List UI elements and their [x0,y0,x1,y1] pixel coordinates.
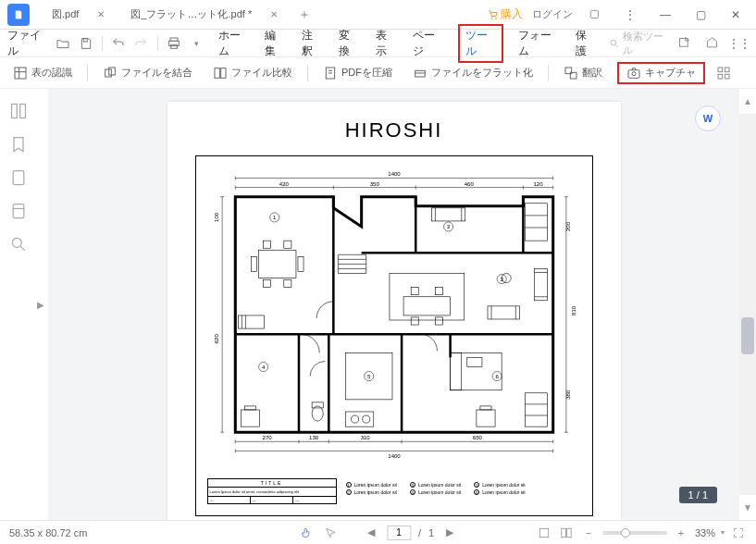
merge-files-button[interactable]: ファイルを結合 [97,62,198,84]
svg-rect-27 [13,204,24,218]
redo-icon[interactable] [130,32,151,55]
svg-rect-9 [15,68,26,79]
svg-rect-73 [312,402,323,408]
document-title: HIROSHI [195,118,593,142]
close-button[interactable]: ✕ [723,4,749,26]
tab-label: 図_フラット…ット化.pdf * [130,7,252,21]
svg-rect-59 [435,317,442,325]
view-mode-icon[interactable] [558,525,575,541]
zoom-level: 33% [695,527,715,538]
svg-rect-12 [215,68,219,78]
scroll-up-icon[interactable]: ▲ [739,96,756,106]
svg-rect-44 [258,250,295,278]
app-icon [7,4,30,26]
more-icon[interactable]: ⋮ [617,4,643,26]
svg-rect-71 [525,393,547,427]
svg-rect-13 [221,68,226,78]
left-sidebar [0,89,37,520]
scroll-down-icon[interactable]: ▼ [739,502,756,513]
open-icon[interactable] [53,32,73,55]
svg-rect-55 [403,297,451,315]
expand-handle[interactable]: ▶ [37,89,48,520]
svg-point-28 [12,238,21,247]
svg-rect-21 [725,68,729,72]
fit-width-icon[interactable] [536,525,552,541]
svg-text:1400: 1400 [388,171,401,177]
capture-button[interactable]: キャプチャ [617,62,705,84]
tab-label: 図.pdf [52,7,79,21]
svg-rect-4 [170,38,178,41]
svg-rect-6 [170,44,177,48]
tab-0[interactable]: 図.pdf ✕ [37,1,116,29]
share-icon[interactable] [673,32,695,55]
scrollbar[interactable]: ▲ ▼ [739,89,756,520]
zoom-in-icon[interactable]: + [673,525,689,541]
zoom-out-icon[interactable]: − [580,525,597,541]
save-icon[interactable] [75,32,95,55]
cloud-icon[interactable] [700,32,723,55]
zoom-dropdown-icon[interactable]: ▾ [721,528,725,537]
svg-rect-23 [725,74,729,79]
svg-point-7 [611,40,616,45]
svg-text:1: 1 [273,215,277,220]
scroll-thumb[interactable] [741,317,754,354]
login-button[interactable]: ログイン [532,7,573,21]
buy-button[interactable]: 購入 [488,6,523,22]
select-tool-icon[interactable] [322,525,339,541]
svg-text:6: 6 [495,374,499,379]
print-icon[interactable] [164,32,184,55]
svg-text:200: 200 [564,221,570,231]
svg-rect-91 [562,528,566,537]
thumbnail-icon[interactable] [9,102,28,120]
svg-rect-65 [450,352,461,389]
svg-rect-52 [431,208,465,221]
expand-icon[interactable]: ⋮⋮ [728,32,750,55]
svg-rect-49 [251,256,256,271]
close-icon[interactable]: ✕ [270,9,278,19]
svg-rect-67 [241,410,259,427]
svg-rect-58 [411,317,418,325]
attachment-icon[interactable] [9,168,28,187]
svg-text:130: 130 [309,435,319,440]
translate-button[interactable]: 翻訳 [558,62,608,84]
flatten-file-button[interactable]: ファイルをフラット化 [407,62,539,84]
svg-point-76 [362,415,369,423]
svg-rect-74 [345,412,373,427]
svg-rect-18 [628,69,639,78]
notification-icon[interactable] [582,4,608,26]
compare-files-button[interactable]: ファイル比較 [207,62,298,84]
search-tool[interactable]: 検索ツール [609,30,671,57]
prev-page-icon[interactable]: ◀ [363,525,379,541]
minimize-button[interactable]: — [652,4,678,26]
search-icon[interactable] [9,235,28,253]
next-page-icon[interactable]: ▶ [441,525,458,541]
canvas[interactable]: W 1 / 1 HIROSHI 1400 1400 [48,89,739,520]
layer-icon[interactable] [9,202,28,220]
apps-icon[interactable] [714,62,733,84]
hand-tool-icon[interactable] [298,525,315,541]
undo-icon[interactable] [108,32,129,55]
dropdown-icon[interactable]: ▾ [186,32,206,55]
svg-rect-57 [435,288,442,295]
zoom-slider[interactable] [602,531,667,535]
bookmark-icon[interactable] [9,135,28,154]
svg-rect-50 [297,256,303,271]
svg-rect-45 [263,241,270,248]
svg-text:310: 310 [360,435,370,440]
svg-text:100: 100 [214,212,219,222]
close-icon[interactable]: ✕ [97,9,105,19]
legend: 1Loren ipsum dolor sit 2Loren ipsum dolo… [346,482,526,504]
tab-1[interactable]: 図_フラット…ット化.pdf * ✕ [116,1,289,29]
fullscreen-icon[interactable] [730,525,747,541]
svg-text:350: 350 [369,181,379,187]
svg-rect-66 [466,357,481,366]
compress-pdf-button[interactable]: PDFを圧縮 [317,62,398,84]
table-recognition-button[interactable]: 表の認識 [7,62,78,84]
svg-text:5: 5 [367,374,371,379]
svg-rect-20 [718,68,723,72]
word-export-icon[interactable]: W [695,105,721,131]
maximize-button[interactable]: ▢ [688,4,713,26]
page-dimensions: 58.35 x 80.72 cm [9,527,87,538]
page-number-input[interactable] [387,525,411,540]
svg-text:380: 380 [564,389,570,400]
